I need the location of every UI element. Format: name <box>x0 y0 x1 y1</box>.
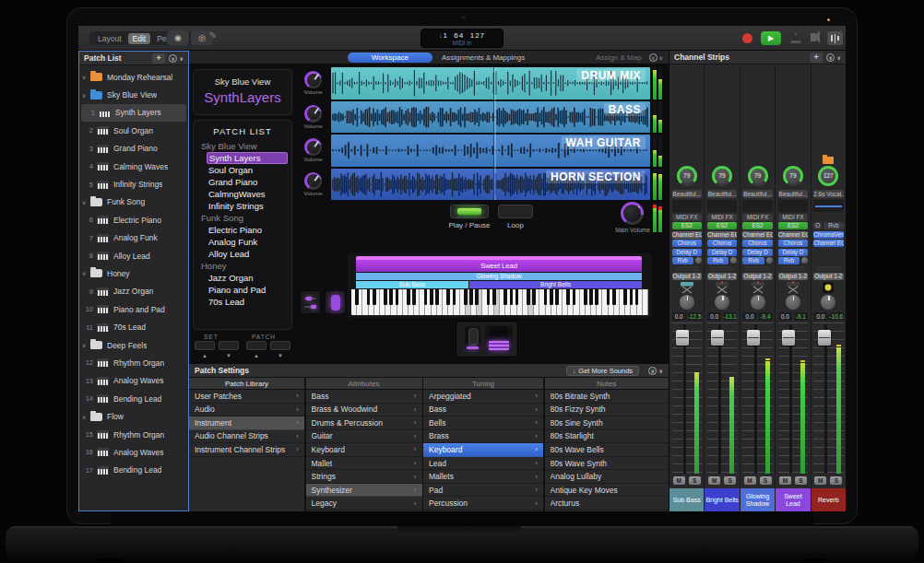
fader-handle[interactable] <box>711 330 724 346</box>
midi-activity-display[interactable]: ↓1 64 127 MIDI In <box>421 29 503 48</box>
patch-list-action-menu[interactable]: ∨ ∨ <box>169 54 184 63</box>
output-slot[interactable]: Output 1-2 <box>672 273 702 280</box>
patch-settings-action-menu[interactable]: ∨ ∨ <box>648 367 663 375</box>
workspace-patch-item[interactable]: Soul Organ <box>194 164 291 176</box>
mode-edit[interactable]: Edit <box>128 33 151 44</box>
mute-button[interactable]: M <box>779 476 791 485</box>
channel-strip[interactable]: 79Beautiful...MIDI FXES2Channel EQChorus… <box>669 65 704 511</box>
mute-button[interactable]: M <box>814 476 826 485</box>
track-row[interactable]: WAH GUITAR <box>331 135 650 167</box>
tab-assignments-mappings[interactable]: Assignments & Mappings <box>442 53 525 62</box>
patch-list-item[interactable]: 3Grand Piano <box>79 140 188 158</box>
crossfader-module[interactable] <box>300 290 321 314</box>
pan-knob[interactable] <box>751 295 765 310</box>
gain-knob[interactable]: 79 <box>783 166 803 186</box>
workspace-patch-item[interactable]: Analog Funk <box>194 236 291 248</box>
track-volume-knob[interactable] <box>304 172 322 190</box>
browser-row[interactable]: Drums & Percussion› <box>306 416 422 430</box>
layer-zone-sub-bass[interactable]: Sub Bass <box>356 281 468 288</box>
patch-list-item[interactable]: 6Electric Piano <box>79 211 188 229</box>
output-slot[interactable]: Output 1-2 <box>707 273 737 280</box>
metronome-icon[interactable] <box>790 32 801 43</box>
browser-row[interactable]: User Patches› <box>189 390 304 404</box>
playhead[interactable] <box>493 67 496 200</box>
track-volume-knob[interactable] <box>304 105 322 123</box>
patch-list-item[interactable]: 10Piano and Pad <box>79 300 188 318</box>
patch-list-folder[interactable]: ∨Sky Blue View <box>79 86 188 103</box>
browser-row[interactable]: 80s Bitrate Synth <box>545 390 669 404</box>
fader-handle[interactable] <box>747 330 760 346</box>
set-down-button[interactable] <box>219 341 239 350</box>
browser-row[interactable]: Bells› <box>423 416 543 430</box>
audio-fx-slot[interactable]: Delay D <box>707 249 737 256</box>
workspace-patch-item[interactable]: Grand Piano <box>194 176 291 188</box>
channel-setting-name[interactable]: Beautiful... <box>778 190 808 198</box>
workspace-patch-item[interactable]: Piano and Pad <box>194 284 291 296</box>
patch-list-item[interactable]: 2Soul Organ <box>79 122 188 139</box>
mode-layout[interactable]: Layout <box>93 33 126 44</box>
patch-list-item[interactable]: 5Infinity Strings <box>79 175 188 193</box>
audio-fx-slot[interactable]: Channel EQ <box>707 231 737 239</box>
pan-knob[interactable] <box>821 295 835 310</box>
browser-row[interactable]: Pad› <box>423 484 543 498</box>
patch-list-item[interactable]: 12Rhythm Organ <box>79 354 188 371</box>
add-patch-button[interactable]: + <box>152 53 165 64</box>
browser-row[interactable]: Keyboard› <box>423 443 543 457</box>
midi-fx-slot[interactable]: MIDI FX <box>778 214 808 221</box>
output-slot[interactable]: Output 1-2 <box>778 273 808 280</box>
browser-row[interactable]: Strings› <box>306 470 422 484</box>
keyboard[interactable] <box>351 289 648 315</box>
channel-setting-name[interactable]: Beautiful... <box>672 190 702 198</box>
channel-setting-name[interactable]: Beautiful... <box>707 190 737 198</box>
patch-list-item[interactable]: 16Analog Waves <box>79 443 188 461</box>
tab-workspace[interactable]: Workspace <box>348 53 432 63</box>
layer-zone-sweet-lead[interactable]: Sweet Lead <box>356 256 642 272</box>
disclosure-triangle-icon[interactable]: ∨ <box>82 74 90 80</box>
input-slot[interactable]: ORvb <box>813 222 843 229</box>
mod-wheel-module[interactable] <box>325 290 346 314</box>
audio-fx-slot[interactable]: Channel EQ <box>778 231 808 239</box>
patch-list-item[interactable]: 8Alloy Lead <box>79 247 188 264</box>
audio-fx-slot[interactable]: Channel EQ <box>813 240 843 247</box>
midi-fx-slot[interactable]: MIDI FX <box>742 214 772 221</box>
audio-fx-slot[interactable]: Channel EQ <box>672 231 702 239</box>
send-slot[interactable]: Rvb <box>707 256 737 265</box>
browser-row[interactable]: Brass & Woodwind› <box>306 404 422 417</box>
gain-knob[interactable]: 79 <box>712 166 732 186</box>
assign-map-button[interactable]: Assign & Map <box>596 53 648 62</box>
channel-name-plate[interactable]: Bright Bells <box>705 488 739 511</box>
instrument-slot[interactable]: ES2 <box>778 222 808 229</box>
channel-setting-name[interactable]: 2.6s Vocal... <box>813 190 843 198</box>
patch-list-item[interactable]: 4Calming Waves <box>79 158 188 175</box>
browser-row[interactable]: 80s Starlight <box>545 430 669 444</box>
workspace-patch-item[interactable]: Jazz Organ <box>194 272 291 284</box>
send-knob-icon[interactable] <box>695 257 702 264</box>
fader-handle[interactable] <box>818 330 831 346</box>
browser-row[interactable]: Audio Channel Strips› <box>189 430 304 444</box>
send-slot[interactable]: Rvb <box>672 256 702 265</box>
patch-list-folder[interactable]: ∨Honey <box>79 264 188 282</box>
browser-row[interactable]: Mallet› <box>306 457 422 471</box>
workspace-patch-item[interactable]: Electric Piano <box>194 224 291 236</box>
channel-strip[interactable]: 79Beautiful...MIDI FXES2Channel EQChorus… <box>776 65 810 511</box>
layer-zone-bright-bells[interactable]: Bright Bells <box>469 281 642 288</box>
browser-row[interactable]: Arcturus <box>545 497 669 510</box>
speaker-icon[interactable] <box>811 33 816 41</box>
pan-knob[interactable] <box>680 295 694 310</box>
record-button[interactable] <box>742 33 752 43</box>
track-volume-knob[interactable] <box>304 138 322 156</box>
panic-button[interactable]: ◉ <box>167 30 189 45</box>
browser-row[interactable]: Instrument› <box>189 416 304 430</box>
send-knob-icon[interactable] <box>801 257 808 264</box>
channel-strips-action-menu[interactable]: ∨ ∨ <box>826 53 841 62</box>
patch-down-button[interactable] <box>270 341 290 350</box>
mute-button[interactable]: M <box>708 476 720 485</box>
audio-fx-slot[interactable]: Delay D <box>672 249 702 256</box>
track-row[interactable]: BASS <box>331 101 650 134</box>
browser-row[interactable]: Mallets› <box>423 470 543 484</box>
get-more-sounds-button[interactable]: ↓ Get More Sounds <box>566 366 639 376</box>
browser-row[interactable]: Bass› <box>306 390 422 404</box>
gain-knob[interactable]: 127 <box>818 166 838 186</box>
instrument-slot[interactable]: ES2 <box>672 222 702 229</box>
browser-row[interactable]: Audio› <box>189 404 304 417</box>
